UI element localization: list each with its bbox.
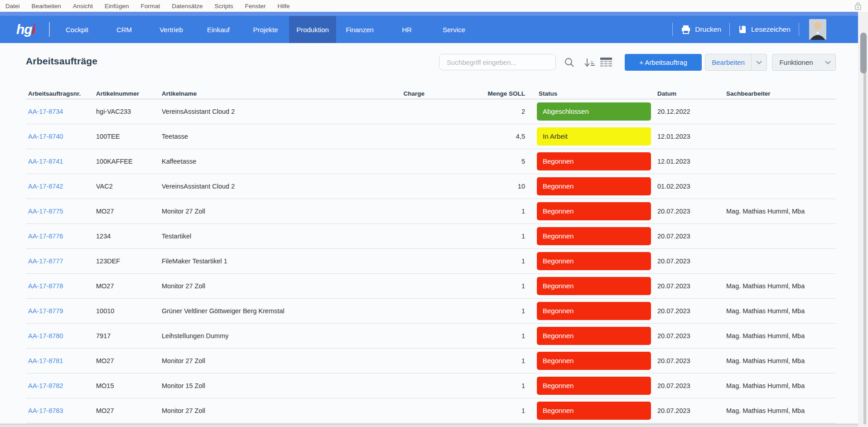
column-header-8[interactable]: Sachbearbeiter	[722, 90, 836, 97]
order-number-link[interactable]: AA-17-8775	[28, 208, 63, 215]
order-number-link[interactable]: AA-17-8781	[28, 357, 63, 364]
menu-item-einfügen[interactable]: Einfügen	[105, 3, 129, 10]
order-number-cell: AA-17-8780	[26, 332, 94, 340]
table-row[interactable]: AA-17-8782MO15Monitor 15 Zoll1Begonnen20…	[26, 374, 836, 398]
status-badge[interactable]: Begonnen	[537, 402, 651, 420]
print-button[interactable]: Drucken	[673, 25, 729, 34]
status-badge[interactable]: Begonnen	[537, 202, 651, 220]
menu-item-hilfe[interactable]: Hilfe	[278, 3, 290, 10]
order-number-link[interactable]: AA-17-8777	[28, 257, 63, 265]
column-header-1[interactable]: Arbeitsauftragsnr.	[26, 90, 94, 97]
status-badge[interactable]: Begonnen	[537, 227, 651, 245]
table-row[interactable]: AA-17-8740100TEETeetasse4,5In Arbeit12.0…	[26, 124, 836, 149]
table-row[interactable]: AA-17-87761234Testartikel1Begonnen20.07.…	[26, 224, 836, 249]
menu-item-fenster[interactable]: Fenster	[245, 3, 266, 10]
menge-soll-cell: 1	[427, 257, 527, 265]
add-arbeitsauftrag-button[interactable]: + Arbeitsauftrag	[625, 54, 702, 71]
functions-dropdown-toggle[interactable]	[820, 54, 835, 70]
table-row[interactable]: AA-17-8734hgi-VAC233VereinsAssistant Clo…	[26, 99, 836, 124]
tab-crm[interactable]: CRM	[101, 16, 148, 43]
status-badge[interactable]: Abgeschlossen	[537, 102, 651, 121]
bookmark-button[interactable]: Lesezeichen	[730, 25, 799, 34]
artikelname-cell: FileMaker Testartikel 1	[159, 257, 345, 265]
table-row[interactable]: AA-17-8778MO27Monitor 27 Zoll1Begonnen20…	[26, 274, 836, 299]
menge-soll-cell: 1	[427, 382, 527, 389]
order-number-link[interactable]: AA-17-8780	[28, 332, 63, 340]
order-number-link[interactable]: AA-17-8741	[28, 158, 63, 165]
menu-item-scripts[interactable]: Scripts	[214, 3, 233, 10]
status-badge[interactable]: Begonnen	[537, 152, 651, 170]
artikelname-cell: Teetasse	[159, 133, 345, 140]
menu-item-datensätze[interactable]: Datensätze	[172, 3, 203, 10]
menu-item-format[interactable]: Format	[140, 3, 160, 10]
bookmark-label: Lesezeichen	[751, 25, 791, 34]
artikelname-cell: Monitor 27 Zoll	[159, 407, 345, 414]
status-cell: Begonnen	[527, 152, 654, 170]
artikelname-cell: Monitor 27 Zoll	[159, 208, 345, 215]
order-number-cell: AA-17-8742	[26, 183, 94, 190]
order-number-link[interactable]: AA-17-8740	[28, 133, 63, 140]
column-header-4[interactable]: Charge	[345, 90, 427, 97]
datum-cell: 20.07.2023	[654, 257, 722, 265]
tab-cockpit[interactable]: Cockpit	[53, 16, 101, 43]
status-badge[interactable]: In Arbeit	[537, 127, 651, 146]
edit-button[interactable]: Bearbeiten	[705, 54, 767, 71]
table-row[interactable]: AA-17-8783MO27Monitor 27 Zoll1Begonnen20…	[26, 398, 836, 423]
page-title: Arbeitsaufträge	[26, 56, 97, 67]
menu-item-bearbeiten[interactable]: Bearbeiten	[32, 3, 61, 10]
order-number-link[interactable]: AA-17-8776	[28, 233, 63, 240]
menu-item-ansicht[interactable]: Ansicht	[73, 3, 93, 10]
search-icon[interactable]	[564, 57, 575, 68]
order-number-link[interactable]: AA-17-8783	[28, 407, 63, 414]
table-row[interactable]: AA-17-8781MO27Monitor 27 Zoll1Begonnen20…	[26, 349, 836, 374]
window-bottom-edge	[0, 424, 868, 427]
artikelnummer-cell: 100KAFFEE	[94, 158, 159, 165]
order-number-link[interactable]: AA-17-8734	[28, 108, 63, 115]
sort-descending-icon[interactable]	[583, 58, 595, 68]
table-row[interactable]: AA-17-8742VAC2VereinsAssistant Cloud 210…	[26, 174, 836, 199]
scrollbar-thumb[interactable]	[860, 33, 867, 73]
status-badge[interactable]: Begonnen	[537, 377, 651, 395]
table-row[interactable]: AA-17-8741100KAFFEEKaffeetasse5Begonnen1…	[26, 149, 836, 174]
tab-projekte[interactable]: Projekte	[242, 16, 289, 43]
edit-dropdown-toggle[interactable]	[751, 54, 767, 70]
tab-produktion[interactable]: Produktion	[289, 16, 336, 43]
table-row[interactable]: AA-17-87807917Leihstellungen Dummy1Begon…	[26, 324, 836, 349]
user-avatar[interactable]	[809, 19, 826, 40]
menu-item-datei[interactable]: Datei	[5, 3, 20, 10]
status-badge[interactable]: Begonnen	[537, 327, 651, 345]
functions-button[interactable]: Funktionen	[772, 54, 836, 71]
table-row[interactable]: AA-17-8775MO27Monitor 27 Zoll1Begonnen20…	[26, 199, 836, 224]
tab-hr[interactable]: HR	[383, 16, 430, 43]
order-number-link[interactable]: AA-17-8782	[28, 382, 63, 389]
status-cell: Begonnen	[527, 202, 654, 220]
tab-vertrieb[interactable]: Vertrieb	[148, 16, 195, 43]
order-number-link[interactable]: AA-17-8778	[28, 282, 63, 290]
tab-finanzen[interactable]: Finanzen	[336, 16, 383, 43]
orders-table-body: AA-17-8734hgi-VAC233VereinsAssistant Clo…	[26, 99, 836, 423]
status-cell: Begonnen	[527, 377, 654, 395]
column-header-7[interactable]: Datum	[654, 90, 722, 97]
status-badge[interactable]: Begonnen	[537, 277, 651, 295]
status-cell: Begonnen	[527, 352, 654, 370]
order-number-link[interactable]: AA-17-8779	[28, 307, 63, 315]
tab-service[interactable]: Service	[430, 16, 477, 43]
artikelnummer-cell: MO27	[94, 208, 159, 215]
tab-einkauf[interactable]: Einkauf	[195, 16, 242, 43]
table-view-icon[interactable]	[600, 57, 612, 67]
status-badge[interactable]: Begonnen	[537, 177, 651, 195]
table-row[interactable]: AA-17-8777123DEFFileMaker Testartikel 11…	[26, 249, 836, 274]
status-badge[interactable]: Begonnen	[537, 352, 651, 370]
column-header-6[interactable]: Status	[527, 90, 654, 97]
status-badge[interactable]: Begonnen	[537, 302, 651, 320]
search-input[interactable]	[439, 54, 556, 70]
order-number-link[interactable]: AA-17-8742	[28, 183, 63, 190]
scrollbar-edge-line	[863, 43, 866, 424]
column-header-2[interactable]: Artikelnummer	[94, 90, 159, 97]
column-header-5[interactable]: Menge SOLL	[427, 90, 527, 97]
order-number-cell: AA-17-8783	[26, 407, 94, 414]
status-badge[interactable]: Begonnen	[537, 252, 651, 270]
column-header-3[interactable]: Artikelname	[159, 90, 345, 97]
scrollbar-track[interactable]	[858, 12, 868, 427]
table-row[interactable]: AA-17-877910010Grüner Veltliner Göttweig…	[26, 299, 836, 324]
